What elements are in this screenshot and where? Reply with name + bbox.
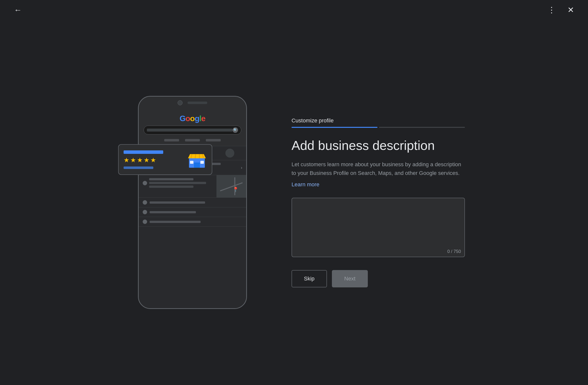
action-icon-share [225, 149, 234, 158]
close-button[interactable]: ✕ [565, 4, 576, 16]
map-row: 📍 [139, 175, 246, 198]
google-search-area: Google 🔍 [139, 109, 246, 146]
phone-illustration: Google 🔍 [123, 96, 262, 309]
detail-row-website [139, 217, 246, 227]
progress-section: Customize profile [292, 117, 465, 128]
google-logo: Google [180, 114, 205, 123]
star-5: ★ [150, 156, 156, 164]
top-bar-left: ← [12, 4, 24, 16]
star-rating: ★ ★ ★ ★ ★ [124, 156, 163, 164]
description-text: Let customers learn more about your busi… [292, 160, 465, 177]
next-button[interactable]: Next [332, 270, 368, 287]
top-bar-right: ⋮ ✕ [546, 4, 576, 16]
star-1: ★ [124, 156, 129, 164]
map-info [139, 175, 216, 197]
search-icon: 🔍 [233, 127, 238, 133]
website-lines [150, 221, 242, 223]
textarea-wrapper: 0 / 750 [292, 198, 465, 258]
phone-frame: Google 🔍 [138, 96, 247, 309]
map-lines [149, 178, 213, 188]
svg-rect-3 [190, 161, 193, 164]
map-road-horizontal [220, 182, 243, 192]
more-button[interactable]: ⋮ [546, 4, 558, 16]
hours-lines [150, 201, 242, 204]
buttons-row: Skip Next [292, 270, 465, 287]
phone-screen: Google 🔍 [139, 109, 246, 308]
learn-more-link[interactable]: Learn more [292, 181, 465, 188]
phone-icon [143, 210, 147, 214]
search-bar: 🔍 [144, 126, 241, 135]
progress-bar [292, 127, 465, 128]
svg-rect-4 [200, 161, 204, 164]
skip-button[interactable]: Skip [292, 270, 327, 287]
map-road-vertical [234, 177, 235, 195]
main-content: Google 🔍 [0, 20, 588, 385]
store-icon [187, 150, 207, 169]
business-detail-bar [124, 166, 153, 169]
search-bar-fill [147, 129, 233, 132]
svg-line-6 [195, 154, 196, 158]
star-3: ★ [137, 156, 143, 164]
svg-rect-2 [194, 163, 200, 168]
phone-speaker [187, 102, 207, 104]
map-pin-icon [143, 181, 147, 185]
globe-icon [143, 220, 147, 224]
progress-segment-2 [379, 127, 465, 128]
description-textarea[interactable] [292, 198, 465, 257]
top-bar: ← ⋮ ✕ [0, 0, 588, 20]
progress-segment-1 [292, 127, 377, 128]
back-button[interactable]: ← [12, 4, 24, 16]
phone-notch [139, 97, 246, 109]
phone-lines [150, 211, 242, 213]
page-title: Add business description [292, 138, 465, 153]
form-area: Customize profile Add business descripti… [292, 117, 465, 288]
map-visual: 📍 [216, 175, 246, 197]
phone-camera [178, 100, 183, 105]
progress-label: Customize profile [292, 117, 465, 124]
detail-row-hours [139, 198, 246, 207]
detail-arrow-1: › [241, 165, 242, 170]
star-2: ★ [130, 156, 136, 164]
detail-row-phone [139, 207, 246, 217]
map-location-pin: 📍 [233, 187, 239, 192]
business-card-overlay: ★ ★ ★ ★ ★ [118, 144, 212, 175]
char-count: 0 / 750 [447, 249, 461, 254]
business-name-bar [124, 150, 163, 154]
clock-icon [143, 200, 147, 205]
search-suggestions [144, 137, 241, 143]
star-4: ★ [144, 156, 149, 164]
business-info: ★ ★ ★ ★ ★ [124, 150, 163, 169]
